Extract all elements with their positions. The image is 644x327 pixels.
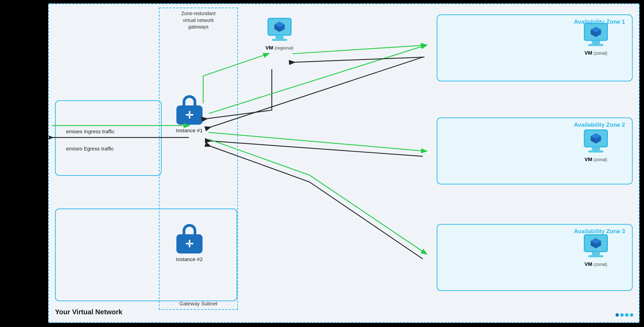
vm-az2-cube-icon <box>590 132 602 145</box>
instance2-icon: ✛ Instance #2 <box>176 224 203 262</box>
vm-regional-sublabel: (regional) <box>275 45 294 50</box>
vm-regional-icon: VM (regional) <box>265 18 293 50</box>
nav-dot-1[interactable] <box>615 313 619 317</box>
instance2-label: Instance #2 <box>176 256 203 262</box>
vm-az2-monitor <box>584 129 608 147</box>
vm-az1-icon: VM (zonal) <box>584 23 608 56</box>
nav-dot-3[interactable] <box>625 313 629 317</box>
vm-regional-label: VM <box>265 45 273 50</box>
instance1-lock-icon: ✛ <box>176 95 203 125</box>
instance1-icon: ✛ Instance #1 <box>176 95 203 133</box>
vm-regional-monitor <box>268 18 292 36</box>
vnet-label: Your Virtual Network <box>55 308 122 316</box>
vm-az2-label: VM <box>585 156 592 162</box>
egress-traffic-label: emises Egress traffic <box>66 146 114 151</box>
vm-az3-icon: VM (zonal) <box>584 234 608 267</box>
az3-title: Availability Zone 3 <box>574 228 625 235</box>
vm-az2-sublabel: (zonal) <box>593 157 607 162</box>
nav-dot-2[interactable] <box>620 313 624 317</box>
traffic-box: emises Ingress traffic emises Egress tra… <box>55 100 162 176</box>
lock-arrows-1: ✛ <box>185 110 193 121</box>
az2-title: Availability Zone 2 <box>574 122 625 128</box>
vm-az1-sublabel: (zonal) <box>593 50 607 56</box>
vm-az2-icon: VM (zonal) <box>584 129 608 162</box>
instance2-lock-icon: ✛ <box>176 224 203 253</box>
lock-body-2: ✛ <box>176 234 203 253</box>
vm-az3-sublabel: (zonal) <box>593 262 607 267</box>
gateway-subnet-label: Gateway Subnet <box>179 301 218 306</box>
lock-body-1: ✛ <box>176 105 203 125</box>
vm-az1-cube-icon <box>590 26 602 38</box>
nav-dots[interactable] <box>615 313 633 317</box>
lock-arrows-2: ✛ <box>185 238 193 250</box>
instance2-box <box>55 208 237 301</box>
vm-az3-label: VM <box>585 261 592 267</box>
vm-az3-cube-icon <box>590 237 602 249</box>
vm-az1-monitor <box>584 23 608 41</box>
ingress-traffic-label: emises Ingress traffic <box>66 128 114 134</box>
nav-dot-4[interactable] <box>630 313 633 317</box>
vm-az1-label: VM <box>585 50 592 56</box>
instance1-label: Instance #1 <box>176 127 203 133</box>
vm-regional-cube-icon <box>273 21 286 33</box>
vm-az3-monitor <box>584 234 608 252</box>
diagram-container: Zone-redundant virtual network gateways … <box>48 3 640 323</box>
